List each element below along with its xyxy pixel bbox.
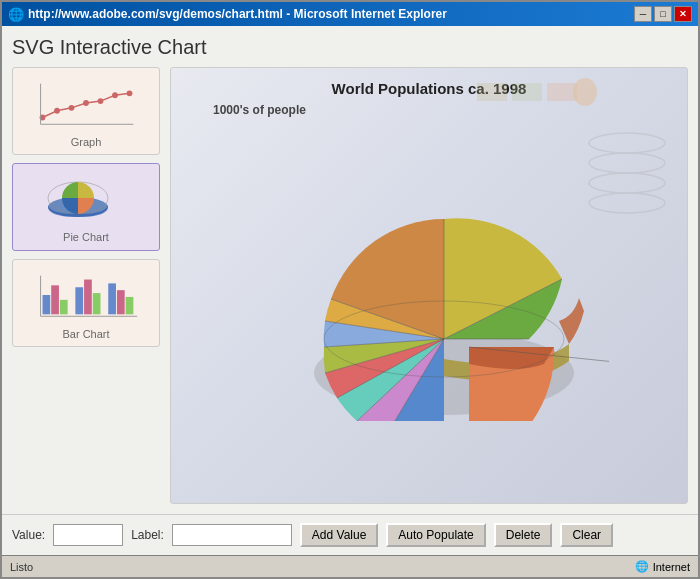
- auto-populate-button[interactable]: Auto Populate: [386, 523, 485, 547]
- title-bar: 🌐 http://www.adobe.com/svg/demos/chart.h…: [2, 2, 698, 26]
- svg-rect-22: [126, 297, 134, 314]
- chart-subtitle: 1000's of people: [213, 103, 306, 117]
- svg-rect-15: [51, 285, 59, 314]
- svg-point-7: [127, 90, 133, 96]
- svg-rect-21: [117, 290, 125, 314]
- value-label: Value:: [12, 528, 45, 542]
- graph-thumbnail-svg: [31, 74, 141, 132]
- clear-button[interactable]: Clear: [560, 523, 613, 547]
- pie-label: Pie Chart: [63, 231, 109, 243]
- status-bar: Listo 🌐 Internet: [2, 555, 698, 577]
- svg-point-5: [98, 98, 104, 104]
- value-input[interactable]: [53, 524, 123, 546]
- thumb-pie[interactable]: Pie Chart: [12, 163, 160, 251]
- pie-svg-container: [249, 121, 609, 491]
- ie-icon: 🌐: [8, 7, 24, 22]
- svg-rect-14: [43, 295, 51, 314]
- decorative-boxes: [477, 78, 597, 108]
- window-body: SVG Interactive Chart: [2, 26, 698, 555]
- thumb-graph[interactable]: Graph: [12, 67, 160, 155]
- svg-rect-30: [512, 83, 542, 101]
- svg-rect-20: [108, 283, 116, 314]
- delete-button[interactable]: Delete: [494, 523, 553, 547]
- window-controls: ─ □ ✕: [634, 6, 692, 22]
- app-title: SVG Interactive Chart: [12, 36, 688, 59]
- close-button[interactable]: ✕: [674, 6, 692, 22]
- svg-rect-17: [75, 287, 83, 314]
- bar-thumbnail-svg: [31, 266, 141, 324]
- svg-rect-19: [93, 293, 101, 314]
- pie-thumbnail-svg: [36, 172, 136, 227]
- main-pie-chart: [249, 191, 609, 421]
- svg-point-2: [54, 108, 60, 114]
- window-title: http://www.adobe.com/svg/demos/chart.htm…: [28, 7, 447, 21]
- svg-point-6: [112, 92, 118, 98]
- label-input[interactable]: [172, 524, 292, 546]
- internet-icon: 🌐: [635, 560, 649, 573]
- window: 🌐 http://www.adobe.com/svg/demos/chart.h…: [0, 0, 700, 579]
- decorative-ellipses: [587, 128, 667, 218]
- content-area: SVG Interactive Chart: [2, 26, 698, 514]
- maximize-button[interactable]: □: [654, 6, 672, 22]
- svg-point-26: [589, 153, 665, 173]
- thumbnails-panel: Graph: [12, 67, 160, 504]
- label-label: Label:: [131, 528, 164, 542]
- svg-point-25: [589, 133, 665, 153]
- svg-point-28: [589, 193, 665, 213]
- svg-point-3: [69, 105, 75, 111]
- graph-label: Graph: [71, 136, 102, 148]
- bottom-controls: Value: Label: Add Value Auto Populate De…: [2, 514, 698, 555]
- svg-point-4: [83, 100, 89, 106]
- status-right: 🌐 Internet: [635, 560, 690, 573]
- status-text: Listo: [10, 561, 635, 573]
- add-value-button[interactable]: Add Value: [300, 523, 379, 547]
- thumb-bar[interactable]: Bar Chart: [12, 259, 160, 347]
- main-row: Graph: [12, 67, 688, 504]
- minimize-button[interactable]: ─: [634, 6, 652, 22]
- svg-point-27: [589, 173, 665, 193]
- svg-rect-29: [477, 83, 507, 101]
- svg-rect-16: [60, 300, 68, 315]
- status-zone: Internet: [653, 561, 690, 573]
- svg-rect-18: [84, 280, 92, 315]
- svg-rect-31: [547, 83, 577, 101]
- bar-label: Bar Chart: [62, 328, 109, 340]
- svg-point-32: [573, 78, 597, 106]
- chart-area: World Populations ca. 1998 1000's of peo…: [170, 67, 688, 504]
